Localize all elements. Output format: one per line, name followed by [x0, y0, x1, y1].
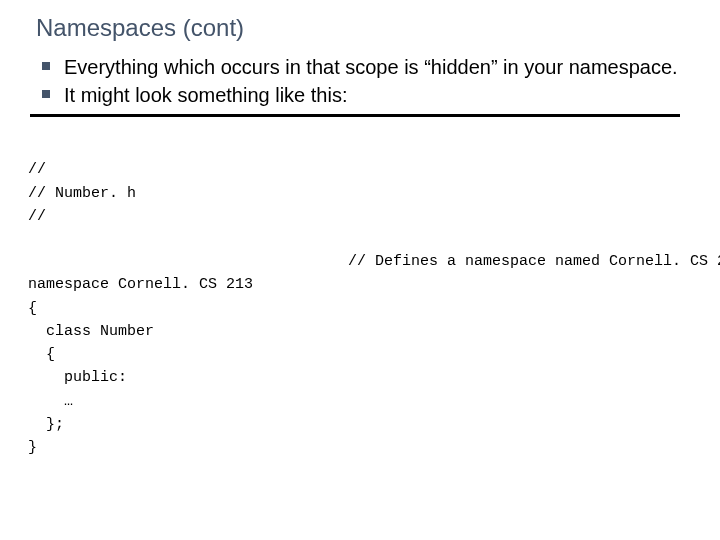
code-line: { [28, 300, 37, 317]
code-block-namespace: namespace Cornell. CS 213// Defines a na… [28, 250, 696, 459]
code-line: // [28, 208, 46, 225]
divider [30, 114, 680, 117]
code-line: … [28, 393, 73, 410]
code-line: }; [28, 416, 64, 433]
code-comment: // Defines a namespace named Cornell. CS… [348, 250, 720, 273]
code-line: // [28, 161, 46, 178]
bullet-item: Everything which occurs in that scope is… [36, 54, 696, 80]
code-line: namespace Cornell. CS 213 [28, 276, 253, 293]
code-block-comments: // // Number. h // [28, 135, 696, 228]
bullet-list: Everything which occurs in that scope is… [24, 54, 696, 108]
slide-title: Namespaces (cont) [36, 14, 696, 42]
code-line: // Number. h [28, 185, 136, 202]
code-line: { [28, 346, 55, 363]
code-line: public: [28, 369, 127, 386]
bullet-item: It might look something like this: [36, 82, 696, 108]
code-line: } [28, 439, 37, 456]
slide: Namespaces (cont) Everything which occur… [0, 0, 720, 540]
code-line: class Number [28, 323, 154, 340]
